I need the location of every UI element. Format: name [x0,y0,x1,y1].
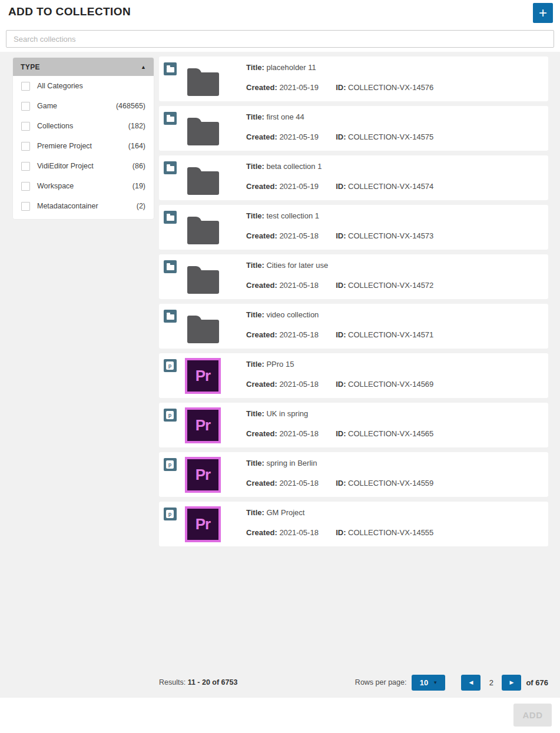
filter-item-label: VidiEditor Project [37,162,94,170]
premiere-thumbnail: Pr [185,358,221,394]
collection-id: COLLECTION-VX-14555 [348,528,433,537]
collection-created-date: 2021-05-18 [279,528,319,537]
title-label: Title: [246,112,264,121]
next-page-button[interactable]: ▶ [502,675,521,691]
collection-type-badge: p [164,359,177,372]
collection-id: COLLECTION-VX-14569 [348,380,433,389]
plus-icon: + [539,6,547,20]
id-label: ID: [336,330,346,339]
collection-row[interactable]: p Pr Title: beta collection 1 Created: 2… [159,155,548,200]
collection-type-badge: p [164,211,177,224]
created-label: Created: [246,182,277,191]
title-label: Title: [246,63,264,72]
collection-row[interactable]: p Pr Title: placeholder 11 Created: 2021… [159,57,548,101]
created-label: Created: [246,83,277,92]
previous-page-button[interactable]: ◀ [461,675,481,691]
filter-checkbox[interactable] [21,122,30,131]
create-collection-button[interactable]: + [533,3,553,23]
folder-icon [167,314,174,320]
chevron-right-icon: ▶ [509,679,513,685]
collection-row[interactable]: p Pr Title: GM Project Created: 2021-05-… [159,502,548,546]
collection-row[interactable]: p Pr Title: Cities for later use Created… [159,254,548,299]
title-label: Title: [246,162,264,171]
search-input[interactable] [6,30,554,48]
filter-item[interactable]: Game (468565) [13,96,154,116]
filter-checkbox[interactable] [21,82,30,91]
title-label: Title: [246,261,264,270]
filter-item-count: (164) [128,142,145,150]
rows-per-page-select[interactable]: 10 ▼ [412,675,445,691]
filter-header[interactable]: TYPE ▲ [13,58,154,76]
collection-id: COLLECTION-VX-14572 [348,281,433,290]
premiere-thumbnail: Pr [185,457,221,493]
filter-item-label: All Categories [37,82,83,90]
collection-list: p Pr Title: placeholder 11 Created: 2021… [159,57,548,551]
results-footer: Results: 11 - 20 of 6753 Rows per page: … [159,674,548,691]
collection-id: COLLECTION-VX-14565 [348,429,433,438]
collection-id: COLLECTION-VX-14573 [348,231,433,240]
collection-row[interactable]: p Pr Title: first one 44 Created: 2021-0… [159,106,548,151]
collection-created-date: 2021-05-18 [279,380,319,389]
filter-panel: TYPE ▲ All Categories Game (468565) [13,58,154,219]
collection-type-badge: p [164,310,177,323]
premiere-file-icon: p [166,460,174,469]
collection-row[interactable]: p Pr Title: test collection 1 Created: 2… [159,205,548,250]
created-label: Created: [246,528,277,537]
collection-title: UK in spring [266,409,308,418]
add-button[interactable]: ADD [513,704,552,727]
folder-thumbnail [187,270,219,294]
collection-id: COLLECTION-VX-14575 [348,132,433,141]
chevron-up-icon[interactable]: ▲ [141,64,146,70]
collection-created-date: 2021-05-18 [279,231,319,240]
collection-created-date: 2021-05-18 [279,479,319,487]
folder-thumbnail [187,320,219,343]
collection-row[interactable]: p Pr Title: UK in spring Created: 2021-0… [159,403,548,447]
total-pages: of 676 [526,678,548,687]
collection-title: test collection 1 [266,211,319,220]
collection-title: spring in Berlin [266,459,317,467]
collection-title: video collection [266,310,319,319]
content-area: TYPE ▲ All Categories Game (468565) [0,52,560,698]
id-label: ID: [336,528,346,537]
collection-type-badge: p [164,112,177,125]
filter-list: All Categories Game (468565) Collections… [13,76,154,216]
chevron-left-icon: ◀ [469,679,473,685]
collection-created-date: 2021-05-18 [279,330,319,339]
collection-row[interactable]: p Pr Title: PPro 15 Created: 2021-05-18 [159,353,548,398]
filter-item[interactable]: Collections (182) [13,116,154,136]
collection-id: COLLECTION-VX-14571 [348,330,433,339]
id-label: ID: [336,182,346,191]
filter-checkbox[interactable] [21,142,30,151]
filter-item[interactable]: Premiere Project (164) [13,136,154,156]
collection-type-badge: p [164,409,177,422]
chevron-down-icon: ▼ [433,680,438,685]
filter-item-label: Collections [37,122,73,130]
title-label: Title: [246,211,264,220]
filter-checkbox[interactable] [21,102,30,111]
collection-row[interactable]: p Pr Title: video collection Created: 20… [159,304,548,349]
filter-item[interactable]: Metadatacontainer (2) [13,196,154,216]
add-to-collection-dialog: ADD TO COLLECTION + TYPE ▲ All Categorie… [0,0,560,733]
filter-checkbox[interactable] [21,182,30,191]
created-label: Created: [246,429,277,438]
pagination: Rows per page: 10 ▼ ◀ 2 ▶ of 676 [355,675,548,691]
title-label: Title: [246,508,264,517]
filter-item[interactable]: Workspace (19) [13,176,154,196]
filter-checkbox[interactable] [21,202,30,211]
id-label: ID: [336,281,346,290]
id-label: ID: [336,231,346,240]
filter-item-count: (182) [128,122,145,130]
filter-item-label: Game [37,102,57,110]
filter-item[interactable]: All Categories [13,76,154,96]
filter-item-count: (2) [137,202,145,210]
filter-item-count: (468565) [116,102,145,110]
collection-created-date: 2021-05-19 [279,182,319,191]
id-label: ID: [336,132,346,141]
collection-title: GM Project [266,508,304,517]
filter-item[interactable]: VidiEditor Project (86) [13,156,154,176]
collection-row[interactable]: p Pr Title: spring in Berlin Created: 20… [159,452,548,497]
id-label: ID: [336,479,346,487]
collection-type-badge: p [164,260,177,273]
filter-checkbox[interactable] [21,162,30,171]
premiere-file-icon: p [166,411,174,419]
